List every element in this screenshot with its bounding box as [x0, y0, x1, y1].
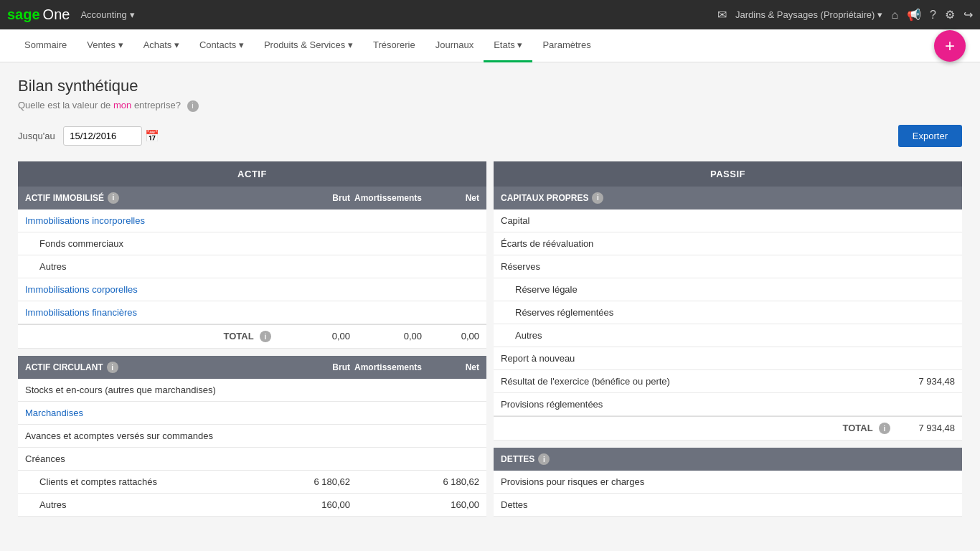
total-info-icon[interactable]: i: [260, 331, 271, 342]
logout-icon[interactable]: ↪: [963, 8, 973, 22]
table-row: Immobilisations corporelles: [18, 278, 486, 301]
table-row: Clients et comptes rattachés 6 180,62 6 …: [18, 471, 486, 494]
row-label: Capital: [501, 215, 897, 226]
row-label: Créances: [25, 453, 278, 464]
table-row: Écarts de réévaluation: [494, 232, 962, 255]
actif-circulant-label: ACTIF CIRCULANT: [25, 362, 103, 372]
date-label: Jusqu'au: [18, 131, 55, 141]
nav-sommaire[interactable]: Sommaire: [14, 29, 77, 62]
table-row: Résultat de l'exercice (bénéfice ou pert…: [494, 370, 962, 393]
col-net-label: Net: [422, 193, 479, 203]
table-row: Provisions réglementées: [494, 393, 962, 416]
nav-parametres[interactable]: Paramètres: [532, 29, 600, 62]
settings-icon[interactable]: ⚙: [945, 8, 955, 22]
page-content: Bilan synthétique Quelle est la valeur d…: [0, 62, 980, 531]
company-selector[interactable]: Jardins & Paysages (Propriétaire) ▾: [735, 9, 882, 20]
row-label: Écarts de réévaluation: [501, 238, 897, 249]
date-input-wrapper: Jusqu'au 📅: [18, 126, 159, 146]
row-brut: 160,00: [278, 499, 350, 510]
nav-achats[interactable]: Achats ▾: [133, 29, 189, 62]
top-nav-left: sage One Accounting ▾: [7, 6, 135, 23]
row-label: Réserves: [501, 261, 897, 272]
table-row: Créances: [18, 448, 486, 471]
capitaux-total-info-icon[interactable]: i: [879, 423, 890, 434]
calendar-icon[interactable]: 📅: [145, 129, 159, 143]
row-label[interactable]: Marchandises: [25, 408, 278, 418]
row-label[interactable]: Immobilisations corporelles: [25, 284, 278, 295]
dettes-info-icon[interactable]: i: [538, 453, 550, 465]
table-row: Provisions pour risques er charges: [494, 471, 962, 494]
row-label: Autres: [25, 261, 278, 272]
row-label[interactable]: Immobilisations financières: [25, 307, 278, 318]
table-row: Report à nouveau: [494, 347, 962, 370]
col-amort-label: Amortissements: [350, 193, 422, 203]
page-title: Bilan synthétique: [18, 77, 962, 95]
row-net: 160,00: [422, 499, 479, 510]
total-brut-val: 0,00: [278, 331, 350, 342]
table-row: Autres: [494, 324, 962, 347]
table-row: Réserve légale: [494, 278, 962, 301]
page-subtitle: Quelle est la valeur de mon entreprise? …: [18, 100, 962, 112]
notification-icon[interactable]: 📢: [907, 8, 921, 22]
row-net: 6 180,62: [422, 476, 479, 487]
actif-circulant-col-labels: Brut Amortissements Net: [278, 362, 479, 372]
total-amort-val: 0,00: [350, 331, 422, 342]
top-nav-right: ✉ Jardins & Paysages (Propriétaire) ▾ ⌂ …: [717, 8, 973, 22]
one-wordmark: One: [43, 6, 70, 23]
row-label[interactable]: Immobilisations incorporelles: [25, 215, 278, 226]
nav-produits-services[interactable]: Produits & Services ▾: [254, 29, 363, 62]
total-net-val: 0,00: [422, 331, 479, 342]
actif-circulant-info-icon[interactable]: i: [107, 362, 118, 373]
help-icon[interactable]: ?: [930, 9, 936, 22]
nav-tresorerie[interactable]: Trésorerie: [363, 29, 425, 62]
table-row: Autres 160,00 160,00: [18, 494, 486, 517]
nav-etats[interactable]: Etats ▾: [484, 29, 532, 62]
col-brut-label: Brut: [278, 193, 350, 203]
home-icon[interactable]: ⌂: [891, 9, 898, 22]
dettes-header: DETTES i: [494, 448, 962, 471]
dettes-label: DETTES: [501, 454, 534, 464]
nav-contacts[interactable]: Contacts ▾: [189, 29, 254, 62]
row-label: Réserves réglementées: [501, 307, 897, 318]
top-navigation: sage One Accounting ▾ ✉ Jardins & Paysag…: [0, 0, 980, 29]
row-label: Réserve légale: [501, 284, 897, 295]
nav-ventes[interactable]: Ventes ▾: [77, 29, 133, 62]
row-label: Fonds commerciaux: [25, 238, 278, 249]
table-row: Stocks et en-cours (autres que marchandi…: [18, 379, 486, 402]
subtitle-info-icon[interactable]: i: [187, 100, 199, 112]
capitaux-total-row: TOTAL i 7 934,48: [494, 416, 962, 441]
actif-immobilise-label: ACTIF IMMOBILISÉ: [25, 193, 104, 203]
nav-journaux[interactable]: Journaux: [425, 29, 484, 62]
actif-immobilise-total-row: TOTAL i 0,00 0,00 0,00: [18, 324, 486, 349]
table-row: Réserves réglementées: [494, 301, 962, 324]
fab-add-button[interactable]: +: [934, 30, 966, 62]
company-dropdown-arrow: ▾: [877, 9, 882, 20]
table-row: Fonds commerciaux: [18, 232, 486, 255]
col-brut-label2: Brut: [278, 362, 350, 372]
actif-immobilise-header: ACTIF IMMOBILISÉ i Brut Amortissements N…: [18, 187, 486, 209]
table-row: Marchandises: [18, 402, 486, 425]
actif-immobilise-info-icon[interactable]: i: [108, 192, 119, 204]
row-label: Clients et comptes rattachés: [25, 476, 278, 487]
table-row: Capital: [494, 209, 962, 232]
table-row: Dettes: [494, 494, 962, 517]
main-navigation: Sommaire Ventes ▾ Achats ▾ Contacts ▾ Pr…: [0, 29, 980, 62]
row-label: Provisions réglementées: [501, 399, 897, 410]
accounting-dropdown-arrow: ▾: [130, 9, 135, 20]
email-icon[interactable]: ✉: [717, 8, 727, 22]
sage-logo[interactable]: sage One: [7, 6, 70, 23]
table-row: Immobilisations incorporelles: [18, 209, 486, 232]
subtitle-link[interactable]: mon: [113, 100, 131, 110]
company-name-label: Jardins & Paysages (Propriétaire): [735, 9, 875, 20]
total-capitaux-label: TOTAL i: [501, 423, 897, 435]
export-button[interactable]: Exporter: [898, 125, 962, 147]
row-label: Provisions pour risques er charges: [501, 476, 897, 487]
accounting-dropdown[interactable]: Accounting ▾: [80, 9, 134, 20]
col-amort-label2: Amortissements: [350, 362, 422, 372]
row-val: 7 934,48: [897, 376, 955, 387]
actif-circulant-header: ACTIF CIRCULANT i Brut Amortissements Ne…: [18, 356, 486, 379]
table-row: Avances et acomptes versés sur commandes: [18, 425, 486, 448]
date-input[interactable]: [63, 126, 142, 146]
capitaux-info-icon[interactable]: i: [592, 192, 603, 204]
row-label: Avances et acomptes versés sur commandes: [25, 430, 278, 441]
